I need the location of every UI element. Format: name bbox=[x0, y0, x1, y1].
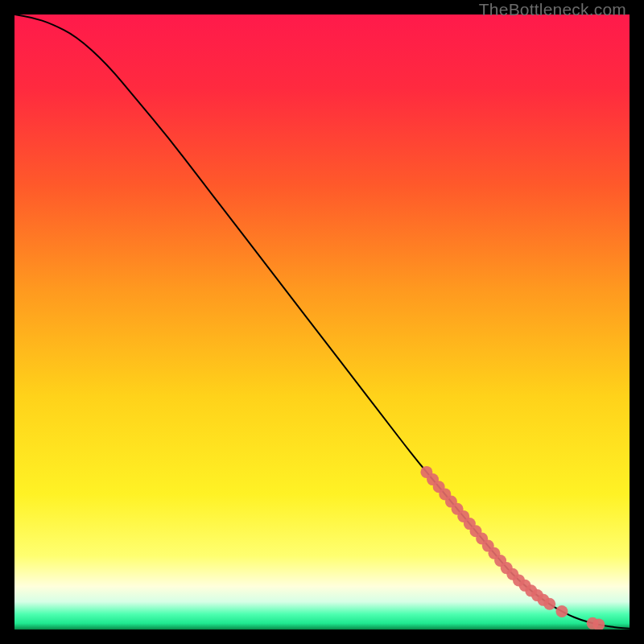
gradient-background bbox=[14, 14, 630, 630]
bottleneck-chart bbox=[14, 14, 630, 630]
highlight-dot bbox=[543, 598, 555, 610]
watermark-text: TheBottleneck.com bbox=[479, 0, 626, 19]
highlight-dot bbox=[555, 605, 568, 617]
